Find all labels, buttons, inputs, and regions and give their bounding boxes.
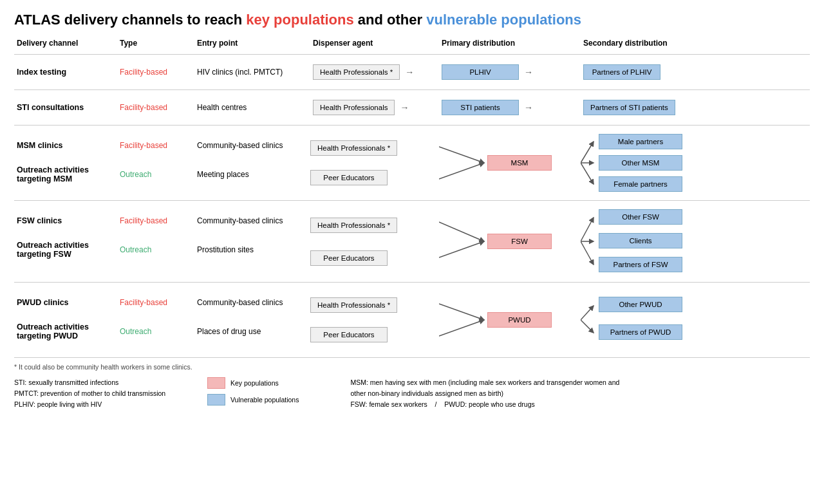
svg-line-9 (581, 241, 594, 265)
legend-key-populations: Key populations (207, 377, 299, 389)
svg-line-4 (581, 163, 594, 184)
abbrev-plhiv: PLHIV: people living with HIV (14, 399, 182, 410)
svg-line-0 (439, 147, 484, 163)
secondary-index-testing: Partners of PLHIV (581, 63, 735, 81)
secondary-fsw-2: Clients (599, 233, 682, 248)
secondary-sti: Partners of STI patients (581, 98, 735, 117)
type-sti: Facility-based (117, 102, 194, 113)
pwud-clinics-row: PWUD clinics Facility-based Community-ba… (14, 288, 310, 317)
dispenser-box-sti: Health Professionals (313, 100, 395, 115)
msm-dispensers: Health Professionals * Peer Educators (310, 131, 439, 195)
type-pwud-clinics: Facility-based (117, 297, 194, 308)
legend-vuln-pop-label: Vulnerable populations (230, 396, 299, 404)
legend-blue-box (207, 394, 225, 406)
legend-definitions: MSM: men having sex with men (including … (350, 377, 621, 409)
dispenser-box-index: Health Professionals * (313, 64, 400, 80)
fsw-dispensers: Health Professionals * Peer Educators (310, 206, 439, 277)
dispenser-box-msm-clinics: Health Professionals * (310, 140, 397, 156)
channel-pwud-outreach: Outreach activities targeting PWUD (14, 321, 117, 342)
svg-line-6 (439, 241, 484, 257)
secondary-msm-3: Female partners (599, 176, 682, 192)
fsw-primary-area: FSW (439, 206, 581, 277)
row-index-testing: Index testing Facility-based HIV clinics… (14, 60, 810, 84)
pwud-group: PWUD clinics Facility-based Community-ba… (14, 288, 810, 352)
pwud-secondary-area: Other PWUD Partners of PWUD (581, 288, 735, 352)
channel-msm-outreach: Outreach activities targeting MSM (14, 164, 117, 185)
entry-pwud-outreach: Places of drug use (194, 326, 310, 337)
fsw-left: FSW clinics Facility-based Community-bas… (14, 206, 310, 277)
fsw-primary-box: FSW (487, 234, 552, 249)
pwud-outreach-row: Outreach activities targeting PWUD Outre… (14, 317, 310, 346)
channel-fsw-clinics: FSW clinics (14, 215, 117, 227)
svg-line-7 (581, 218, 594, 241)
dispenser-index-testing: Health Professionals * → (310, 63, 439, 81)
entry-msm-outreach: Meeting places (194, 169, 310, 180)
col-secondary: Secondary distribution (581, 37, 735, 49)
msm-clinics-row: MSM clinics Facility-based Community-bas… (14, 131, 310, 160)
abbrev-sti: STI: sexually transmitted infections (14, 377, 182, 388)
msm-group: MSM clinics Facility-based Community-bas… (14, 131, 810, 195)
pwud-dispenser-2: Peer Educators (310, 327, 439, 342)
col-type: Type (117, 37, 194, 49)
abbrev-pmtct: PMTCT: prevention of mother to child tra… (14, 388, 182, 399)
arrow-4: → (524, 102, 533, 113)
type-pwud-outreach: Outreach (117, 326, 194, 337)
arrow-3: → (400, 102, 409, 113)
pwud-dispenser-1: Health Professionals * (310, 297, 439, 313)
primary-box-msm: MSM (487, 155, 552, 171)
svg-line-12 (581, 306, 594, 320)
col-dispenser: Dispenser agent (310, 37, 439, 49)
secondary-pwud-2: Partners of PWUD (599, 324, 682, 340)
channel-fsw-outreach: Outreach activities targeting FSW (14, 239, 117, 260)
primary-box-sti: STI patients (442, 100, 519, 115)
secondary-msm-2: Other MSM (599, 155, 682, 171)
entry-fsw-outreach: Prostitution sites (194, 244, 310, 256)
msm-outreach-row: Outreach activities targeting MSM Outrea… (14, 160, 310, 189)
page-title: ATLAS delivery channels to reach key pop… (14, 12, 810, 28)
dispenser-box-fsw-clinics: Health Professionals * (310, 218, 397, 233)
svg-line-10 (439, 304, 484, 320)
pwud-dispensers: Health Professionals * Peer Educators (310, 288, 439, 352)
type-msm-outreach: Outreach (117, 169, 194, 180)
channel-index-testing: Index testing (14, 66, 117, 78)
msm-dispenser-1: Health Professionals * (310, 140, 439, 156)
type-fsw-clinics: Facility-based (117, 215, 194, 227)
fsw-group: FSW clinics Facility-based Community-bas… (14, 206, 810, 277)
secondary-msm-1: Male partners (599, 134, 682, 149)
primary-box-fsw: FSW (487, 234, 552, 249)
def-msm: MSM: men having sex with men (including … (350, 377, 621, 399)
legend-abbreviations: STI: sexually transmitted infections PMT… (14, 377, 182, 409)
pwud-primary-box: PWUD (487, 312, 552, 328)
fsw-clinics-row: FSW clinics Facility-based Community-bas… (14, 206, 310, 235)
dispenser-box-fsw-outreach: Peer Educators (310, 250, 388, 266)
dispenser-sti: Health Professionals → (310, 98, 439, 117)
secondary-pwud-1: Other PWUD (599, 297, 682, 312)
col-entry: Entry point (194, 37, 310, 49)
col-primary: Primary distribution (439, 37, 581, 49)
legend-vulnerable-populations: Vulnerable populations (207, 394, 299, 406)
legend-pink-box (207, 377, 225, 389)
entry-fsw-clinics: Community-based clinics (194, 215, 310, 227)
legend-key-pop-label: Key populations (230, 379, 279, 387)
entry-sti: Health centres (194, 102, 310, 113)
type-index-testing: Facility-based (117, 66, 194, 78)
svg-line-5 (439, 222, 484, 241)
row-sti-consultations: STI consultations Facility-based Health … (14, 95, 810, 120)
footnote: * It could also be community health work… (14, 363, 810, 371)
svg-line-11 (439, 320, 484, 336)
column-headers: Delivery channel Type Entry point Dispen… (14, 37, 810, 49)
primary-sti: STI patients → (439, 98, 581, 117)
col-delivery: Delivery channel (14, 37, 117, 49)
channel-sti: STI consultations (14, 102, 117, 113)
entry-pwud-clinics: Community-based clinics (194, 297, 310, 308)
pwud-primary-area: PWUD (439, 288, 581, 352)
secondary-fsw-1: Other FSW (599, 209, 682, 225)
arrow-1: → (405, 67, 414, 77)
fsw-dispenser-2: Peer Educators (310, 250, 439, 266)
entry-index-testing: HIV clinics (incl. PMTCT) (194, 66, 310, 78)
fsw-outreach-row: Outreach activities targeting FSW Outrea… (14, 235, 310, 264)
msm-primary-box: MSM (487, 155, 552, 171)
legend-colors: Key populations Vulnerable populations (207, 377, 299, 406)
type-fsw-outreach: Outreach (117, 244, 194, 256)
msm-secondary-area: Male partners Other MSM Female partners (581, 131, 735, 195)
